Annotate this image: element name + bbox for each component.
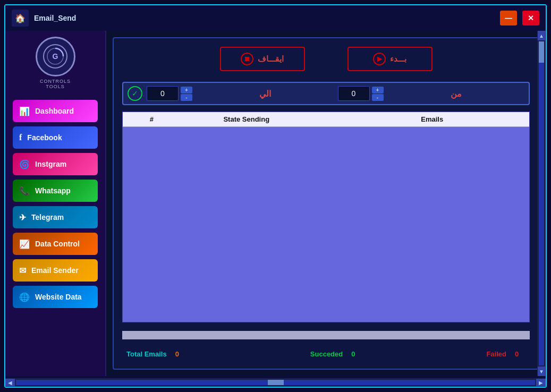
sidebar-item-datacontrol[interactable]: 📈 Data Control: [13, 233, 98, 255]
title-bar: 🏠 Email_Send — ✕: [5, 5, 546, 31]
scroll-track-horizontal: [16, 380, 535, 385]
stop-button[interactable]: ⏹ ايقـــاف: [220, 47, 305, 71]
from-input-group: 0 + -: [147, 86, 192, 101]
whatsapp-icon: 📞: [19, 186, 30, 196]
datacontrol-icon: 📈: [19, 239, 30, 249]
action-row: ⏹ ايقـــاف ▶ بـــدء: [122, 47, 530, 71]
col-state: State Sending: [154, 115, 340, 123]
table-header: # State Sending Emails: [123, 112, 529, 127]
from-increment[interactable]: +: [181, 87, 192, 93]
scroll-track-vertical: [539, 41, 544, 365]
succeeded-value: 0: [351, 350, 362, 358]
footer-stats: Total Emails 0 Succeded 0 Failed 0: [122, 348, 530, 360]
dashboard-icon: 📊: [19, 106, 30, 116]
to-steppers: + -: [372, 87, 384, 101]
to-input-group: 0 + -: [338, 86, 384, 101]
failed-label: Failed: [486, 350, 506, 358]
window-title: Email_Send: [34, 14, 495, 22]
home-icon: 🏠: [12, 10, 29, 27]
scroll-left-button[interactable]: ◀: [5, 379, 15, 386]
scroll-up-button[interactable]: ▲: [538, 31, 545, 40]
telegram-icon: ✈: [19, 212, 26, 223]
sidebar-item-emailsender[interactable]: ✉ Email Sender: [13, 259, 98, 282]
from-steppers: + -: [181, 87, 192, 101]
to-decrement[interactable]: -: [372, 94, 384, 101]
progress-bar: [122, 331, 530, 339]
minimize-button[interactable]: —: [500, 11, 517, 25]
succeeded-label: Succeded: [310, 350, 343, 358]
sidebar-item-telegram[interactable]: ✈ Telegram: [13, 206, 98, 228]
close-button[interactable]: ✕: [522, 11, 539, 25]
total-value: 0: [175, 350, 186, 358]
sidebar-item-dashboard[interactable]: 📊 Dashboard: [13, 100, 98, 122]
main-content: G CONTROLS TOOLS 📊 Dashboard f Facebook …: [5, 31, 546, 376]
play-icon: ▶: [373, 53, 386, 65]
failed-value: 0: [515, 350, 525, 358]
right-panel: ⏹ ايقـــاف ▶ بـــدء ✓ 0 + -: [106, 31, 546, 376]
to-label: الي: [197, 89, 334, 99]
col-email: Emails: [340, 115, 525, 123]
instagram-icon: 🌀: [19, 159, 30, 169]
sidebar: G CONTROLS TOOLS 📊 Dashboard f Facebook …: [5, 31, 106, 376]
emails-table: # State Sending Emails: [122, 112, 530, 322]
emailsender-icon: ✉: [19, 266, 26, 276]
svg-text:G: G: [53, 52, 58, 61]
col-hash: #: [127, 115, 154, 123]
scroll-down-button[interactable]: ▼: [538, 367, 545, 376]
sidebar-item-whatsapp[interactable]: 📞 Whatsapp: [13, 180, 98, 202]
horizontal-scrollbar: ◀ ▶: [5, 378, 546, 387]
facebook-icon: f: [19, 133, 22, 142]
vertical-scrollbar: ▲ ▼: [537, 31, 546, 376]
start-button[interactable]: ▶ بـــدء: [347, 47, 433, 71]
check-icon: ✓: [128, 86, 142, 101]
from-decrement[interactable]: -: [181, 94, 192, 101]
window-frame: 🏠 Email_Send — ✕ G CONTROLS TOOLS: [4, 4, 547, 388]
websitedata-icon: 🌐: [19, 292, 30, 302]
total-label: Total Emails: [126, 350, 167, 358]
logo-text: CONTROLS TOOLS: [40, 79, 71, 89]
scroll-thumb-vertical: [539, 41, 544, 63]
email-send-panel: ⏹ ايقـــاف ▶ بـــدء ✓ 0 + -: [113, 37, 539, 370]
logo-area: G CONTROLS TOOLS: [29, 36, 82, 89]
controls-row: ✓ 0 + - الي 0 + -: [122, 82, 530, 105]
sidebar-item-facebook[interactable]: f Facebook: [13, 126, 98, 149]
table-body[interactable]: [123, 127, 529, 322]
to-increment[interactable]: +: [372, 87, 384, 93]
scroll-thumb-horizontal: [268, 380, 284, 385]
to-input[interactable]: 0: [338, 86, 370, 101]
stop-icon: ⏹: [241, 53, 253, 65]
from-input[interactable]: 0: [147, 86, 179, 101]
sidebar-item-websitedata[interactable]: 🌐 Website Data: [13, 286, 98, 308]
logo-icon: G: [36, 37, 75, 76]
scroll-right-button[interactable]: ▶: [536, 379, 546, 386]
from-label: من: [388, 89, 525, 99]
sidebar-item-instagram[interactable]: 🌀 Instgram: [13, 153, 98, 175]
